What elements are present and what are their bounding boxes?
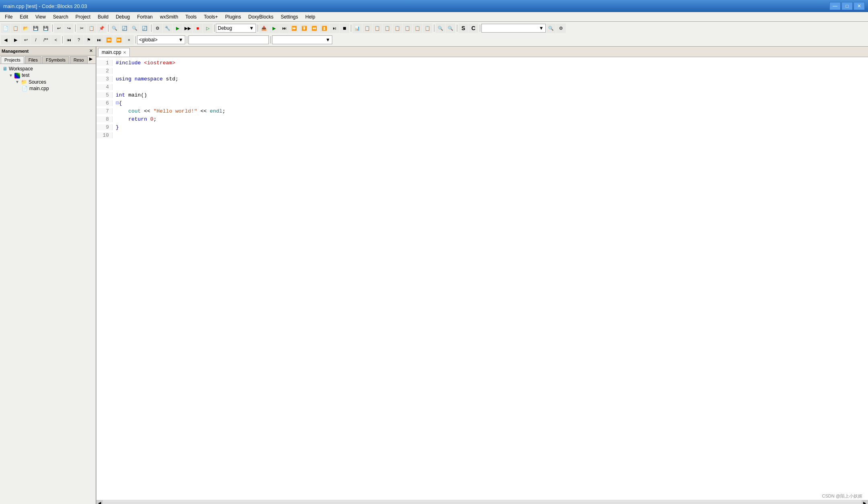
tb-cut[interactable]: ✂	[77, 23, 86, 33]
tree-main-cpp[interactable]: 📄 main.cpp	[21, 85, 94, 92]
minimize-button[interactable]: —	[829, 2, 841, 10]
tb-nav4[interactable]: ⏪	[104, 35, 114, 45]
scope-dropdown[interactable]: <global> ▼	[137, 35, 185, 44]
tb-debug2[interactable]: ▶	[269, 23, 279, 33]
menu-build[interactable]: Build	[94, 12, 112, 21]
tb-run3[interactable]: ▷	[203, 23, 213, 33]
tb-settings[interactable]: ⚙	[153, 23, 162, 33]
tb-zoom-in[interactable]: 🔍	[436, 23, 445, 33]
tb-debug4[interactable]: ⏩	[289, 23, 299, 33]
search-dropdown[interactable]: ▼	[481, 24, 546, 33]
tb-save-all[interactable]: 💾	[41, 23, 51, 33]
scroll-left[interactable]: ◀	[96, 500, 103, 504]
menu-debug[interactable]: Debug	[113, 12, 133, 21]
sidebar-tab-fsymbols[interactable]: FSymbols	[42, 56, 69, 64]
sidebar-close-button[interactable]: ✕	[88, 48, 94, 54]
tb-nav1[interactable]: ?	[74, 35, 84, 45]
sidebar-expand[interactable]: ▶	[89, 56, 92, 64]
menu-wxsmith[interactable]: wxSmith	[157, 12, 181, 21]
tb-find[interactable]: 🔍	[110, 23, 119, 33]
tb-nav2[interactable]: ⚑	[84, 35, 94, 45]
tb-back[interactable]: ◀	[1, 35, 10, 45]
tree-test[interactable]: ▼ test	[8, 72, 94, 79]
tb-debug7[interactable]: ⏫	[319, 23, 329, 33]
tb-new[interactable]: 📄	[1, 23, 10, 33]
code-editor[interactable]: 1 #include <iostream> 2 3 using namespac…	[96, 57, 868, 500]
menu-edit[interactable]: Edit	[16, 12, 31, 21]
tb-view8[interactable]: 📋	[423, 23, 432, 33]
sidebar-tab-files[interactable]: Files	[25, 56, 41, 64]
menu-tools[interactable]: Tools	[182, 12, 200, 21]
tb-open[interactable]: 📂	[21, 23, 31, 33]
menu-settings[interactable]: Settings	[277, 12, 301, 21]
tb-debug5[interactable]: ⏬	[299, 23, 309, 33]
tb-paste[interactable]: 📌	[97, 23, 106, 33]
tb-view3[interactable]: 📋	[373, 23, 382, 33]
tb-home[interactable]: ⏮	[64, 35, 74, 45]
scrollbar-track[interactable]	[103, 501, 862, 504]
tb-view2[interactable]: 📋	[362, 23, 372, 33]
tree-workspace[interactable]: 🖥 Workspace	[2, 66, 94, 72]
menu-project[interactable]: Project	[72, 12, 94, 21]
tb-debug9[interactable]: ⏹	[340, 23, 349, 33]
tb-run2[interactable]: ▶▶	[183, 23, 192, 33]
menu-tools-plus[interactable]: Tools+	[201, 12, 221, 21]
tb-view6[interactable]: 📋	[403, 23, 412, 33]
tb-find2[interactable]: 🔍	[130, 23, 139, 33]
close-button[interactable]: ✕	[854, 2, 865, 10]
tb-view5[interactable]: 📋	[393, 23, 402, 33]
code-tab-main[interactable]: main.cpp ✕	[98, 48, 130, 57]
sidebar-tab-projects[interactable]: Projects	[1, 56, 24, 64]
tb-nav6[interactable]: ×	[124, 35, 134, 45]
tb-save[interactable]: 💾	[31, 23, 41, 33]
tb-replace[interactable]: 🔄	[120, 23, 129, 33]
tb-nav3[interactable]: ⏭	[94, 35, 104, 45]
tb-view7[interactable]: 📋	[413, 23, 422, 33]
tb-view4[interactable]: 📋	[383, 23, 392, 33]
tb-comment3[interactable]: <	[51, 35, 61, 45]
tb-view1[interactable]: 📊	[352, 23, 362, 33]
tb-jump[interactable]: ↩	[21, 35, 31, 45]
tb-debug8[interactable]: ⏯	[330, 23, 339, 33]
sidebar-tab-reso[interactable]: Reso	[70, 56, 88, 64]
tb-zoom-out[interactable]: 🔍	[446, 23, 455, 33]
tb-stop[interactable]: ■	[193, 23, 203, 33]
code-search-input[interactable]	[188, 35, 269, 44]
tb-c[interactable]: C	[469, 23, 478, 33]
menu-search[interactable]: Search	[50, 12, 72, 21]
menu-bar: File Edit View Search Project Build Debu…	[0, 12, 868, 22]
tb-debug6[interactable]: ⏪	[309, 23, 319, 33]
code-line-10: 10	[96, 131, 868, 139]
tb-comment2[interactable]: /**	[41, 35, 51, 45]
tree-sources[interactable]: ▼ 📁 Sources	[14, 79, 94, 85]
tb-run[interactable]: ▶	[173, 23, 182, 33]
tb-undo[interactable]: ↩	[54, 23, 63, 33]
scroll-right[interactable]: ▶	[862, 500, 868, 504]
tb-search-go[interactable]: 🔍	[546, 23, 556, 33]
menu-help[interactable]: Help	[302, 12, 319, 21]
tb-new2[interactable]: 📋	[11, 23, 20, 33]
tb-debug1[interactable]: 📥	[259, 23, 269, 33]
main-cpp-label: main.cpp	[29, 86, 49, 91]
tb-comment[interactable]: /	[31, 35, 41, 45]
tb-nav5[interactable]: ⏩	[114, 35, 124, 45]
menu-file[interactable]: File	[2, 12, 16, 21]
tb-search-opt[interactable]: ⚙	[556, 23, 566, 33]
tb-rebuild[interactable]: 🔧	[163, 23, 172, 33]
code-tab-close[interactable]: ✕	[123, 50, 126, 55]
tb-debug3[interactable]: ⏭	[279, 23, 289, 33]
tb-s[interactable]: S	[459, 23, 468, 33]
maximize-button[interactable]: □	[841, 2, 853, 10]
menu-view[interactable]: View	[32, 12, 49, 21]
code-line-9: 9 }	[96, 123, 868, 131]
tb-copy[interactable]: 📋	[87, 23, 96, 33]
tb-redo[interactable]: ↪	[64, 23, 74, 33]
menu-fortran[interactable]: Fortran	[134, 12, 156, 21]
debug-dropdown[interactable]: Debug ▼	[216, 24, 256, 33]
menu-doxyblocks[interactable]: DoxyBlocks	[245, 12, 277, 21]
tb-replace2[interactable]: 🔄	[140, 23, 149, 33]
menu-plugins[interactable]: Plugins	[222, 12, 244, 21]
func-dropdown[interactable]: ▼	[272, 35, 332, 44]
code-scrollbar[interactable]: ◀ ▶	[96, 500, 868, 504]
tb-forward[interactable]: ▶	[11, 35, 20, 45]
